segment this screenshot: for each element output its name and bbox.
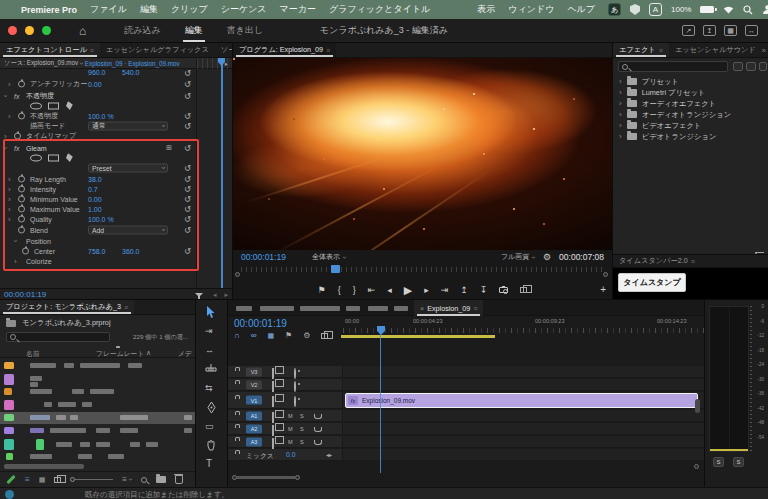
search-icon[interactable] bbox=[743, 5, 753, 15]
effects-folder-lumetri-presets[interactable]: › Lumetri プリセット bbox=[613, 87, 768, 98]
type-tool[interactable]: T bbox=[206, 458, 212, 469]
delete-icon[interactable] bbox=[175, 475, 183, 484]
chevron-right-icon[interactable]: › bbox=[8, 111, 11, 120]
program-timecode[interactable]: 00:00:01:19 bbox=[241, 252, 286, 262]
tab-sequence-explosion-09[interactable]: × Explosion_09 ≡ bbox=[414, 300, 483, 316]
workspaces-icon[interactable]: ▦ bbox=[724, 25, 737, 36]
column-framerate[interactable]: フレームレート bbox=[96, 349, 144, 359]
button-editor-icon[interactable]: + bbox=[600, 284, 606, 295]
blend-mode-dropdown[interactable]: 通常› bbox=[88, 121, 168, 130]
chevron-down-icon[interactable]: › bbox=[77, 62, 86, 65]
stopwatch-icon[interactable] bbox=[18, 215, 25, 222]
menu-graphics-titles[interactable]: グラフィックとタイトル bbox=[329, 3, 430, 16]
source-patch-icon[interactable] bbox=[272, 381, 274, 392]
label-chip-green[interactable] bbox=[6, 453, 13, 460]
step-forward-icon[interactable]: ▸ bbox=[424, 285, 429, 295]
shield-icon[interactable] bbox=[630, 4, 640, 15]
selection-tool[interactable] bbox=[205, 306, 216, 321]
stopwatch-icon[interactable] bbox=[18, 185, 25, 192]
redacted-tab[interactable] bbox=[346, 306, 360, 311]
label-chip-green[interactable] bbox=[4, 414, 14, 421]
source-patch-icon[interactable] bbox=[272, 438, 274, 449]
project-search-input[interactable] bbox=[6, 332, 110, 342]
filter-yuv-icon[interactable] bbox=[759, 62, 767, 71]
tab-effect-controls[interactable]: エフェクトコントロール ≡ bbox=[0, 43, 100, 57]
chevron-right-icon[interactable]: › bbox=[8, 204, 11, 213]
play-button-icon[interactable]: ▶ bbox=[404, 284, 412, 297]
blend-dropdown[interactable]: Add› bbox=[88, 225, 168, 234]
filter-properties-icon[interactable] bbox=[195, 293, 203, 297]
timeline-ruler[interactable]: 00:00 00:00:04:23 00:00:09:23 00:00:14:2… bbox=[343, 317, 705, 337]
find-icon[interactable] bbox=[141, 477, 147, 483]
panel-menu-icon[interactable]: ≡ bbox=[124, 304, 128, 311]
track-target-a3[interactable]: A3 bbox=[246, 437, 262, 446]
lift-icon[interactable]: ↥ bbox=[460, 285, 468, 295]
mark-in-icon[interactable]: { bbox=[338, 285, 341, 295]
column-media[interactable]: メデ bbox=[178, 349, 192, 359]
table-row-selected[interactable] bbox=[0, 412, 196, 424]
label-chip-teal[interactable] bbox=[4, 439, 14, 450]
reset-icon[interactable]: ↺ bbox=[184, 69, 191, 76]
table-row[interactable] bbox=[0, 373, 196, 385]
solo-left-button[interactable]: S bbox=[713, 457, 724, 467]
toggle-output-eye-icon[interactable] bbox=[294, 368, 296, 379]
redacted-tab[interactable] bbox=[368, 306, 388, 311]
hand-tool[interactable] bbox=[205, 439, 217, 454]
scrubber-right-handle[interactable] bbox=[603, 272, 608, 277]
rect-mask-icon[interactable] bbox=[48, 102, 59, 109]
home-icon[interactable]: ⌂ bbox=[79, 24, 86, 38]
clip-fx-badge-icon[interactable]: fx bbox=[348, 396, 358, 405]
reset-icon[interactable]: ↺ bbox=[184, 79, 191, 89]
work-area-bar[interactable] bbox=[341, 335, 495, 338]
user-icon[interactable] bbox=[762, 4, 768, 15]
source-clip-label[interactable]: ソース: Explosion_09.mov bbox=[4, 59, 78, 68]
track-target-a1[interactable]: A1 bbox=[246, 411, 262, 420]
stopwatch-icon[interactable] bbox=[18, 205, 25, 212]
pen-mask-icon[interactable] bbox=[66, 101, 74, 110]
solo-button[interactable]: S bbox=[300, 426, 304, 432]
redacted-tab[interactable] bbox=[236, 306, 252, 311]
minimize-window-button[interactable] bbox=[25, 26, 34, 35]
rectangle-tool[interactable]: ▭ bbox=[205, 421, 214, 431]
fullscreen-icon[interactable]: ↔ bbox=[745, 25, 758, 36]
source-patch-icon[interactable] bbox=[272, 396, 274, 407]
zoom-out-icon[interactable]: ◂ bbox=[213, 291, 217, 299]
label-chip-violet[interactable] bbox=[4, 374, 14, 385]
solo-button[interactable]: S bbox=[300, 413, 304, 419]
zoom-in-icon[interactable]: ▸ bbox=[224, 291, 228, 299]
playback-quality-dropdown[interactable]: フル画質 › bbox=[501, 252, 535, 262]
program-scrubber[interactable] bbox=[233, 264, 612, 279]
freeform-view-icon[interactable] bbox=[54, 477, 61, 483]
comparison-view-icon[interactable] bbox=[520, 287, 527, 293]
track-a1[interactable]: A1 M S bbox=[228, 410, 705, 422]
filter-32bit-icon[interactable] bbox=[746, 62, 756, 71]
timeline-timecode[interactable]: 00:00:01:19 bbox=[234, 318, 287, 329]
clip-explosion-09[interactable]: fx Explosion_09.mov bbox=[345, 393, 698, 408]
stopwatch-icon[interactable] bbox=[22, 247, 29, 254]
add-marker-icon[interactable]: ⚑ bbox=[318, 285, 326, 295]
label-chip-magenta[interactable] bbox=[4, 400, 14, 410]
stopwatch-icon[interactable] bbox=[18, 226, 25, 233]
timeline-display-icon[interactable]: ▦ bbox=[267, 332, 274, 340]
track-v3[interactable]: V3 bbox=[228, 366, 705, 378]
share-icon[interactable]: ↥ bbox=[703, 25, 716, 36]
ellipse-mask-icon[interactable] bbox=[30, 154, 42, 161]
chevron-down-icon[interactable]: › bbox=[1, 94, 10, 97]
project-hscrollbar[interactable] bbox=[4, 464, 84, 469]
export-frame-icon[interactable] bbox=[499, 287, 508, 293]
scrubber-left-handle[interactable] bbox=[235, 272, 240, 277]
chevron-right-icon[interactable]: › bbox=[8, 174, 11, 183]
redacted-tab[interactable] bbox=[394, 306, 408, 311]
program-video-frame[interactable] bbox=[233, 58, 612, 250]
label-chip-green[interactable] bbox=[36, 439, 44, 450]
effects-folder-audio-transitions[interactable]: › オーディオトランジション bbox=[613, 109, 768, 120]
close-icon[interactable]: × bbox=[420, 304, 424, 313]
keyframe-nav-icon[interactable]: ◂▸ bbox=[326, 451, 332, 458]
audio-meter-bars[interactable] bbox=[709, 306, 749, 452]
track-mix[interactable]: ミックス 0.0 ◂▸ bbox=[228, 449, 705, 461]
mode-tab-import[interactable]: 読み込み bbox=[112, 19, 172, 42]
timestamp-button[interactable]: タイムスタンプ bbox=[618, 273, 686, 292]
chevron-right-icon[interactable]: › bbox=[8, 79, 11, 88]
goto-in-icon[interactable]: ⇤ bbox=[368, 285, 376, 295]
timeline-playhead-line[interactable] bbox=[380, 333, 381, 473]
